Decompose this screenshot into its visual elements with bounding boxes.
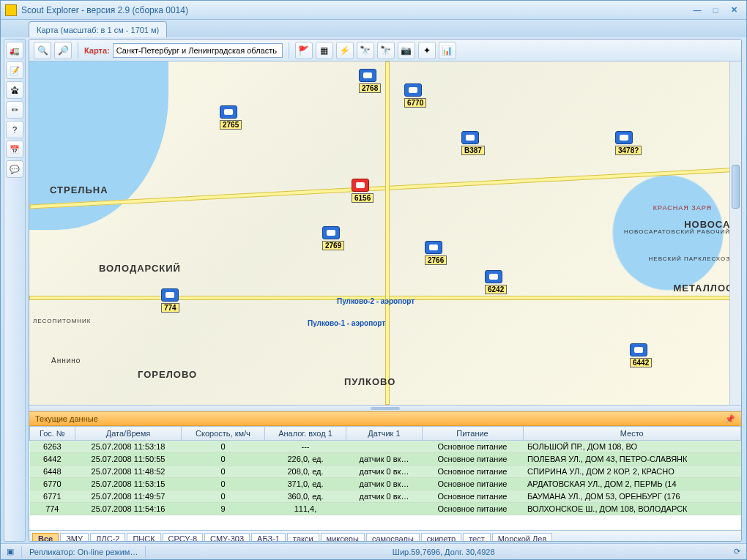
splitter[interactable]	[29, 406, 741, 411]
marker-2766[interactable]: 2766	[425, 241, 447, 265]
sidebar-truck-icon[interactable]: 🚛	[6, 42, 23, 59]
marker-3478[interactable]: 3478?	[615, 131, 642, 155]
sidebar-note-icon[interactable]: 📝	[6, 61, 23, 79]
map-canvas[interactable]: СТРЕЛЬНА ВОЛОДАРСКИЙ ГОРЕЛОВО ПУЛКОВО НО…	[29, 61, 741, 406]
filter-tabs: ВсеЗМУЛДС-2ПНСКСРСУ-8СМУ-303АБЗ-1таксими…	[29, 530, 741, 542]
filter-tab[interactable]: ЛДС-2	[90, 533, 125, 542]
pin-icon[interactable]: 📌	[725, 414, 735, 424]
panel-title: Текущие данные	[35, 414, 98, 423]
marker-2768[interactable]: 2768	[359, 69, 381, 93]
col-header[interactable]: Гос. №	[30, 427, 75, 441]
table-row[interactable]: 77425.07.2008 11:54:169111,4,Основное пи…	[30, 503, 741, 515]
marker-2769[interactable]: 2769	[322, 226, 344, 250]
content: 🔍 🔎 Карта: 🚩 ▦ ⚡ 🔭 🔭 📷 ✦ 📊 СТРЕЛЬНА ВОЛО…	[29, 39, 742, 542]
zone-icon[interactable]: ▦	[316, 42, 333, 59]
compass-icon[interactable]: ✦	[418, 42, 436, 59]
filter-tab[interactable]: СРСУ-8	[163, 533, 204, 542]
marker-6242[interactable]: 6242	[485, 270, 507, 294]
filter-tab[interactable]: Все	[32, 533, 59, 542]
filter-tab[interactable]: самосвалы	[366, 533, 420, 542]
city-strelna: СТРЕЛЬНА	[50, 184, 108, 195]
col-header[interactable]: Питание	[422, 427, 523, 441]
marker-774[interactable]: 774	[161, 288, 179, 313]
zoom-out-button[interactable]: 🔎	[54, 42, 72, 59]
filter-tab[interactable]: скипетр	[421, 533, 461, 542]
data-grid[interactable]: Гос. №Дата/ВремяСкорость, км/чАналог. вх…	[29, 426, 741, 530]
route-icon[interactable]: ⚡	[336, 42, 354, 59]
map-select[interactable]	[113, 43, 283, 58]
table-row[interactable]: 644225.07.2008 11:50:550226,0, ед.датчик…	[30, 453, 741, 466]
sidebar: 🚛 📝 🛣 ✏ ? 📅 💬	[4, 39, 26, 542]
city-krasnaya: КРАСНАЯ ЗАРЯ	[653, 204, 712, 212]
titlebar: Scout Explorer - версия 2.9 (сборка 0014…	[1, 1, 746, 20]
map-toolbar: 🔍 🔎 Карта: 🚩 ▦ ⚡ 🔭 🔭 📷 ✦ 📊	[29, 40, 741, 61]
zoom-in-button[interactable]: 🔍	[34, 42, 51, 59]
camera-icon[interactable]: 📷	[398, 42, 415, 59]
airport1-label: Пулково-1 - аэропорт	[308, 319, 385, 327]
filter-tab[interactable]: ЗМУ	[60, 533, 89, 542]
filter-tab[interactable]: ПНСК	[127, 533, 160, 542]
col-header[interactable]: Дата/Время	[75, 427, 182, 441]
statusbar: ▣ Репликатор: On-line режим… Шир.59,7696…	[1, 543, 746, 559]
table-row[interactable]: 677125.07.2008 11:49:570360,0, ед.датчик…	[30, 490, 741, 503]
app-icon	[5, 4, 17, 16]
col-header[interactable]: Датчик 1	[346, 427, 422, 441]
sidebar-help-icon[interactable]: ?	[6, 121, 23, 138]
schedule-icon[interactable]: 📊	[439, 42, 456, 59]
document-tabs: Карта (масштаб: в 1 см - 1701 м)	[1, 20, 746, 37]
marker-B387[interactable]: B387	[461, 131, 485, 155]
map-label: Карта:	[84, 46, 110, 55]
city-lesopit: ЛЕСОПИТОМНИК	[33, 318, 92, 324]
filter-tab[interactable]: АБЗ-1	[251, 533, 286, 542]
status-refresh-icon[interactable]: ⟳	[734, 547, 740, 556]
window-title: Scout Explorer - версия 2.9 (сборка 0014…	[21, 5, 687, 15]
filter-tab[interactable]: СМУ-303	[204, 533, 250, 542]
city-novosar-sub: НОВОСАРАТОВСКИЙ РАБОЧИЙ	[624, 228, 730, 235]
col-header[interactable]: Скорость, км/ч	[182, 427, 264, 441]
map-scrollbar-v[interactable]	[729, 61, 741, 405]
city-annino: Аннино	[51, 356, 81, 365]
filter-tab[interactable]: тест	[463, 533, 491, 542]
filter-tab[interactable]: Морской Лев	[492, 533, 552, 542]
sidebar-calendar-icon[interactable]: 📅	[6, 141, 23, 158]
city-volodarsky: ВОЛОДАРСКИЙ	[99, 263, 181, 274]
city-gorelovo: ГОРЕЛОВО	[138, 369, 197, 380]
table-row[interactable]: 626325.07.2008 11:53:180---Основное пита…	[30, 441, 741, 453]
marker-6156[interactable]: 6156	[352, 179, 374, 203]
marker-2765[interactable]: 2765	[220, 105, 242, 130]
sidebar-wand-icon[interactable]: ✏	[6, 101, 23, 119]
table-row[interactable]: 644825.07.2008 11:48:520208,0, ед.датчик…	[30, 466, 741, 478]
marker-6442[interactable]: 6442	[630, 343, 652, 367]
sidebar-road-icon[interactable]: 🛣	[6, 81, 23, 99]
status-replicator: Репликатор: On-line режим…	[29, 548, 138, 556]
col-header[interactable]: Аналог. вход 1	[264, 427, 346, 441]
city-nevsky: НЕВСКИЙ ПАРКЛЕСХОЗ	[649, 255, 730, 262]
marker-6770[interactable]: 6770	[404, 83, 426, 108]
close-button[interactable]: ✕	[726, 4, 742, 17]
binoculars2-icon[interactable]: 🔭	[377, 42, 395, 59]
city-pulkovo: ПУЛКОВО	[344, 376, 395, 387]
maximize-button[interactable]: □	[707, 4, 724, 17]
tab-map[interactable]: Карта (масштаб: в 1 см - 1701 м)	[29, 21, 167, 37]
sidebar-chat-icon[interactable]: 💬	[6, 160, 23, 178]
flag-icon[interactable]: 🚩	[295, 42, 313, 59]
minimize-button[interactable]: —	[689, 4, 705, 17]
data-panel-header: Текущие данные 📌	[29, 411, 741, 426]
binoculars-icon[interactable]: 🔭	[357, 42, 374, 59]
filter-tab[interactable]: такси	[287, 533, 319, 542]
table-row[interactable]: 677025.07.2008 11:53:150371,0, ед.датчик…	[30, 478, 741, 490]
status-coords: Шир.59,7696, Долг. 30,4928	[393, 548, 495, 556]
col-header[interactable]: Место	[523, 427, 741, 441]
filter-tab[interactable]: миксеры	[321, 533, 365, 542]
airport2-label: Пулково-2 - аэропорт	[337, 297, 415, 305]
